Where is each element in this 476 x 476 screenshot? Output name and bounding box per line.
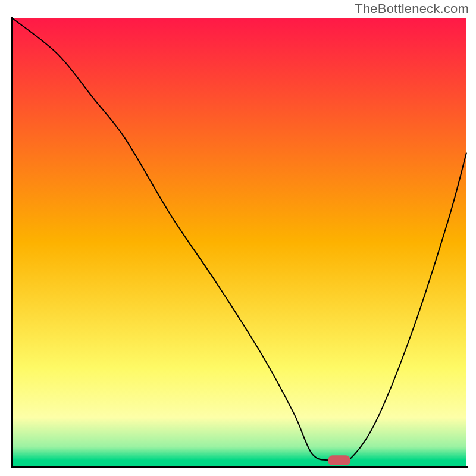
watermark-text: TheBottleneck.com	[355, 1, 469, 17]
chart-svg	[0, 0, 476, 476]
bottleneck-chart	[0, 0, 476, 476]
chart-background	[12, 18, 466, 467]
optimal-point-marker	[328, 455, 350, 465]
